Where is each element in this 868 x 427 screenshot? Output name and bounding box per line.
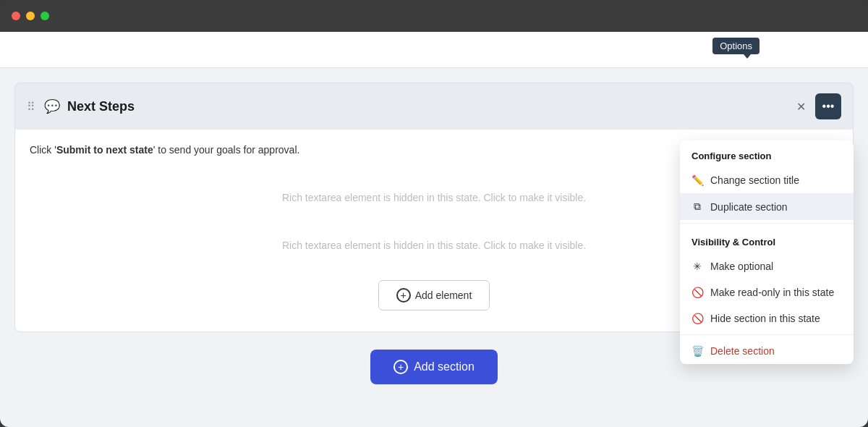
make-optional-item[interactable]: ✳ Make optional [680, 253, 854, 279]
main-area: ⠿ 💬 Next Steps ✕ ••• Click [0, 68, 868, 399]
dropdown-menu: Configure section ✏️ Change section titl… [680, 140, 854, 364]
ellipsis-icon: ••• [822, 100, 835, 113]
add-section-plus-icon: + [393, 360, 408, 374]
app-window: Options ⠿ 💬 Next Steps ✕ ••• [0, 0, 868, 427]
configure-section-title: Configure section [680, 140, 854, 167]
change-title-label: Change section title [710, 174, 799, 186]
close-button[interactable] [12, 12, 20, 20]
top-bar: Options [0, 32, 868, 68]
duplicate-icon: ⧉ [692, 200, 703, 213]
app-content: Options ⠿ 💬 Next Steps ✕ ••• [0, 32, 868, 427]
duplicate-section-item[interactable]: ⧉ Duplicate section [680, 193, 854, 220]
options-button[interactable]: ••• [815, 93, 841, 119]
minimize-button[interactable] [26, 12, 35, 20]
duplicate-label: Duplicate section [710, 201, 788, 213]
asterisk-icon: ✳ [692, 261, 703, 272]
make-optional-label: Make optional [710, 261, 773, 272]
divider-1 [680, 223, 854, 224]
close-section-button[interactable]: ✕ [789, 95, 812, 118]
hide-section-label: Hide section in this state [710, 313, 820, 324]
section-header: ⠿ 💬 Next Steps ✕ ••• [14, 83, 854, 130]
options-tooltip: Options [712, 38, 760, 54]
section-header-actions: ✕ ••• [789, 93, 841, 119]
readonly-icon: 🚫 [692, 287, 703, 298]
drag-handle-icon[interactable]: ⠿ [27, 100, 35, 114]
close-icon: ✕ [796, 100, 806, 114]
info-text-prefix: Click ' [30, 144, 56, 156]
add-section-label: Add section [414, 360, 475, 373]
visibility-section-title: Visibility & Control [680, 227, 854, 253]
hide-section-item[interactable]: 🚫 Hide section in this state [680, 305, 854, 331]
delete-label: Delete section [710, 345, 775, 357]
add-element-label: Add element [415, 289, 472, 301]
plus-icon: + [396, 288, 411, 303]
delete-section-item[interactable]: 🗑️ Delete section [680, 338, 854, 364]
trash-icon: 🗑️ [692, 345, 703, 357]
hide-icon: 🚫 [692, 313, 703, 324]
change-title-item[interactable]: ✏️ Change section title [680, 167, 854, 193]
add-element-button[interactable]: + Add element [378, 280, 490, 310]
divider-2 [680, 334, 854, 335]
traffic-lights [12, 12, 49, 20]
titlebar [0, 0, 868, 32]
info-text-bold: Submit to next state [56, 144, 153, 156]
make-readonly-item[interactable]: 🚫 Make read-only in this state [680, 279, 854, 305]
make-readonly-label: Make read-only in this state [710, 287, 834, 298]
info-text-suffix: ' to send your goals for approval. [153, 144, 300, 156]
section-icon: 💬 [44, 98, 60, 114]
pencil-icon: ✏️ [692, 174, 703, 186]
section-title: Next Steps [67, 99, 782, 114]
maximize-button[interactable] [41, 12, 49, 20]
add-section-button[interactable]: + Add section [370, 350, 498, 384]
